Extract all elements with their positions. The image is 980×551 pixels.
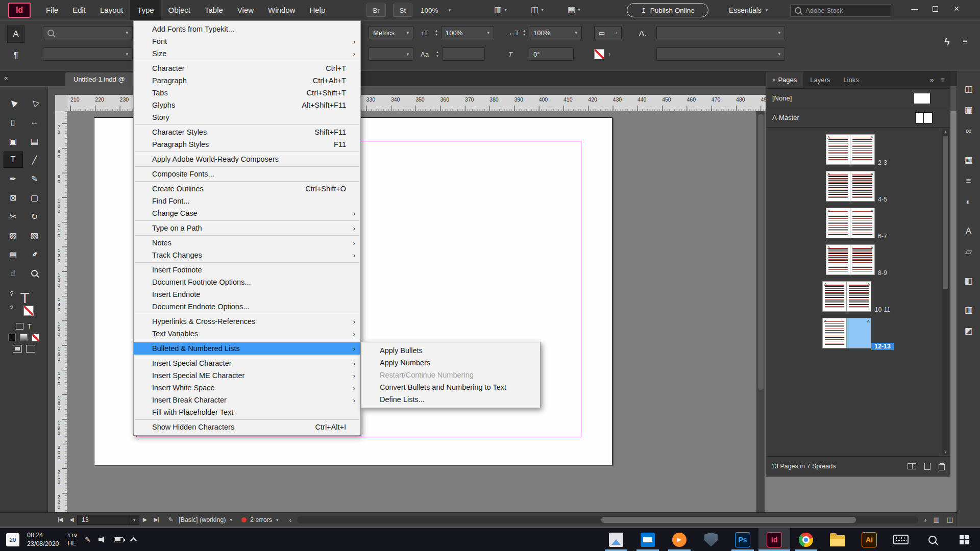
windows-security-taskbar-button[interactable] [695, 528, 727, 551]
type-menu-item-character-styles[interactable]: Character StylesShift+F11 [134, 126, 360, 138]
formatting-affects-container-button[interactable] [16, 323, 23, 330]
kerning-metrics-dropdown[interactable]: Metrics ▾ [369, 26, 413, 39]
photos-taskbar-button[interactable] [600, 528, 632, 551]
tab-pages[interactable]: ◊Pages [766, 71, 803, 88]
links-panel-icon[interactable]: ∞ [961, 124, 976, 138]
type-menu-item-insert-footnote[interactable]: Insert Footnote [134, 264, 360, 276]
first-page-button[interactable]: |◀ [54, 516, 66, 523]
skew-field[interactable]: 0° [529, 47, 574, 61]
eyedropper-tool[interactable]: ✒ [25, 246, 44, 262]
apply-color-button[interactable] [8, 334, 16, 341]
scroll-up-icon[interactable]: ▲ [942, 130, 949, 133]
workspace-dropdown[interactable]: Essentials ▾ [729, 0, 768, 20]
indesign-taskbar-button[interactable]: Id [758, 528, 790, 551]
type-menu-item-glyphs[interactable]: GlyphsAlt+Shift+F11 [134, 99, 360, 111]
quick-apply-icon[interactable]: ϟ [944, 36, 950, 48]
chrome-taskbar-button[interactable] [790, 528, 822, 551]
previous-page-button[interactable]: ◀ [66, 516, 77, 523]
media-player-taskbar-button[interactable]: ▶ [664, 528, 695, 551]
submenu-item-apply-numbers[interactable]: Apply Numbers [361, 357, 540, 369]
search-taskbar-button[interactable] [917, 528, 948, 551]
page-thumbnail[interactable]: A [822, 318, 847, 348]
object-styles-panel-icon[interactable]: ◧ [961, 274, 976, 288]
screen-mode-dropdown[interactable]: ◫▾ [531, 5, 544, 14]
type-menu-item-track-changes[interactable]: Track Changes› [134, 249, 360, 261]
formatting-affects-text-button[interactable]: T [28, 322, 32, 330]
menu-edit[interactable]: Edit [65, 0, 93, 20]
page-thumbnail[interactable]: A [850, 208, 875, 238]
type-menu-item-font[interactable]: Font› [134, 35, 360, 47]
character-formatting-button[interactable]: A [7, 26, 24, 43]
mail-taskbar-button[interactable] [632, 528, 664, 551]
volume-icon[interactable] [99, 536, 106, 543]
error-count[interactable]: 2 errors [250, 516, 272, 523]
page-thumbnail[interactable]: A [822, 281, 847, 312]
spread-12-13[interactable]: AA12-13 [766, 318, 950, 350]
gradient-swatch-tool[interactable]: ▨ [4, 227, 23, 243]
content-placer-tool[interactable]: ▤ [25, 133, 44, 149]
fit-view-icon[interactable]: ▥ [929, 516, 943, 523]
type-menu-item-bulleted-numbered-lists[interactable]: Bulleted & Numbered Lists› [134, 342, 360, 355]
menu-table[interactable]: Table [198, 0, 230, 20]
pen-settings-icon[interactable]: ✎ [85, 536, 91, 544]
illustrator-taskbar-button[interactable]: Ai [853, 528, 885, 551]
zoom-level-dropdown[interactable]: 100% ▾ [421, 4, 451, 17]
menu-view[interactable]: View [230, 0, 261, 20]
horizontal-scale-field[interactable]: 100% ▾ [529, 26, 582, 39]
glyphs-panel-icon[interactable]: A [961, 224, 976, 238]
type-menu-item-insert-endnote[interactable]: Insert Endnote [134, 288, 360, 300]
content-collector-tool[interactable]: ▣ [4, 133, 23, 149]
panel-menu-icon[interactable]: ≡ [941, 76, 945, 84]
view-options-dropdown[interactable]: ▥▾ [494, 5, 507, 14]
hand-tool[interactable]: ☝ [4, 265, 23, 281]
page-thumbnail[interactable]: A [847, 281, 871, 312]
submenu-item-convert-bullets-and-numbering-to-text[interactable]: Convert Bullets and Numbering to Text [361, 381, 540, 393]
color-panel-icon[interactable]: ◐ [961, 195, 976, 209]
a-master-thumbnail[interactable] [915, 112, 933, 123]
type-menu-item-add-fonts-from-typekit[interactable]: Add Fonts from Typekit... [134, 23, 360, 35]
paragraph-style-dropdown[interactable]: ▾ [656, 47, 785, 61]
minimize-button[interactable]: — [905, 0, 924, 17]
type-menu-item-document-footnote-options[interactable]: Document Footnote Options... [134, 276, 360, 288]
menu-type[interactable]: Type [130, 0, 161, 20]
bridge-button[interactable]: Br [366, 4, 386, 17]
submenu-item-define-lists[interactable]: Define Lists... [361, 393, 540, 406]
stroke-panel-icon[interactable]: ≡ [961, 174, 976, 188]
type-menu-item-story[interactable]: Story [134, 111, 360, 123]
type-tool[interactable]: T [4, 152, 23, 168]
start-taskbar-button[interactable] [948, 528, 980, 551]
rectangle-frame-tool[interactable]: ⊠ [4, 189, 23, 206]
page-thumbnail[interactable]: A [826, 134, 850, 165]
align-panel-icon[interactable]: ▥ [961, 303, 976, 317]
page-thumbnail[interactable]: A [850, 134, 875, 165]
page-number-dropdown[interactable]: ▾ [130, 515, 139, 525]
tab-links[interactable]: Links [837, 71, 865, 88]
scroll-right-button[interactable]: › [921, 516, 930, 524]
type-menu-item-insert-special-character[interactable]: Insert Special Character› [134, 357, 360, 369]
type-menu-item-show-hidden-characters[interactable]: Show Hidden CharactersCtrl+Alt+I [134, 421, 360, 433]
type-menu-item-apply-adobe-world-ready-composers[interactable]: Apply Adobe World-Ready Composers [134, 153, 360, 165]
type-menu-item-character[interactable]: CharacterCtrl+T [134, 62, 360, 74]
type-menu-item-notes[interactable]: Notes› [134, 237, 360, 249]
page-thumbnail[interactable]: A [826, 244, 850, 275]
type-menu-item-paragraph-styles[interactable]: Paragraph StylesF11 [134, 138, 360, 151]
menu-file[interactable]: File [39, 0, 65, 20]
adobe-stock-search[interactable]: Adobe Stock [790, 4, 891, 17]
preflight-profile[interactable]: [Basic] (working) [179, 516, 226, 523]
vertical-scale-stepper[interactable]: ▴▾ [433, 26, 440, 39]
font-family-field[interactable]: ▾ [43, 26, 133, 39]
panel-menu-icon[interactable]: ≡ [963, 37, 967, 46]
menu-object[interactable]: Object [161, 0, 198, 20]
apply-gradient-button[interactable] [20, 334, 28, 341]
page-thumbnail[interactable]: A [850, 244, 875, 275]
submenu-item-apply-bullets[interactable]: Apply Bullets [361, 344, 540, 357]
zoom-tool[interactable] [25, 265, 44, 281]
horizontal-scrollbar[interactable] [297, 516, 918, 523]
tab-layers[interactable]: Layers [803, 71, 837, 88]
file-explorer-taskbar-button[interactable] [822, 528, 853, 551]
type-menu-item-document-endnote-options[interactable]: Document Endnote Options... [134, 300, 360, 313]
menu-help[interactable]: Help [302, 0, 332, 20]
close-button[interactable]: × [947, 0, 966, 17]
type-menu-item-tabs[interactable]: TabsCtrl+Shift+T [134, 87, 360, 99]
battery-icon[interactable] [114, 537, 124, 542]
